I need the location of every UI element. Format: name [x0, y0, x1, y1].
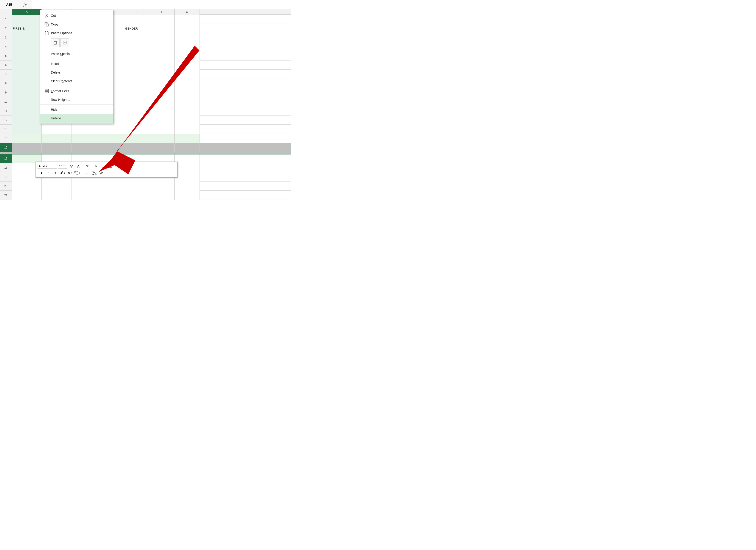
row-header-2[interactable]: 2	[0, 24, 12, 33]
cell-a8[interactable]	[12, 79, 42, 88]
cell-g3[interactable]	[175, 33, 200, 42]
font-grow-button[interactable]: A+	[68, 163, 74, 169]
col-header-e[interactable]: E	[124, 9, 149, 15]
font-color-button[interactable]: A ▼	[67, 170, 73, 176]
menu-item-paste-special[interactable]: Paste Special...	[40, 49, 113, 58]
cell-d20[interactable]	[101, 181, 124, 191]
cell-g10[interactable]	[175, 97, 200, 106]
cell-e10[interactable]	[124, 97, 149, 106]
row-header-14[interactable]: 14	[0, 134, 12, 143]
cell-e15[interactable]	[124, 143, 149, 152]
cell-g4[interactable]	[175, 42, 200, 51]
cell-g2[interactable]	[175, 24, 200, 33]
cell-g15[interactable]	[175, 143, 200, 152]
comma-button[interactable]: ,	[99, 163, 106, 169]
menu-item-cut[interactable]: Cut	[40, 11, 113, 20]
row-header-9[interactable]: 9	[0, 88, 12, 97]
cell-g12[interactable]	[175, 115, 200, 125]
cell-g18[interactable]	[175, 163, 200, 172]
italic-button[interactable]: I	[45, 170, 51, 176]
cell-b13[interactable]	[42, 125, 71, 134]
paste-icon-btn-2[interactable]	[60, 38, 69, 47]
increase-decimal-button[interactable]: .00→.0	[91, 170, 97, 176]
cell-e5[interactable]	[124, 51, 149, 60]
menu-item-unhide[interactable]: Unhide	[40, 114, 113, 123]
cell-g14[interactable]	[175, 134, 200, 143]
cell-g6[interactable]	[175, 60, 200, 70]
cell-d15[interactable]	[101, 143, 124, 152]
row-header-15[interactable]: 15	[0, 143, 12, 152]
cell-f6[interactable]	[149, 60, 175, 70]
cell-b20[interactable]	[42, 181, 71, 191]
cell-e20[interactable]	[124, 181, 149, 191]
cell-a21[interactable]	[12, 191, 42, 200]
row-header-11[interactable]: 11	[0, 106, 12, 115]
cell-g19[interactable]	[175, 172, 200, 181]
cell-e1[interactable]	[124, 15, 149, 24]
menu-item-delete[interactable]: Delete	[40, 68, 113, 77]
formula-input[interactable]	[32, 0, 291, 9]
font-shrink-button[interactable]: A-	[75, 163, 82, 169]
cell-d13[interactable]	[101, 125, 124, 134]
row-header-1[interactable]: 1	[0, 15, 12, 24]
menu-item-insert[interactable]: Insert	[40, 59, 113, 68]
cell-e14[interactable]	[124, 134, 149, 143]
bold-button[interactable]: B	[38, 170, 44, 176]
cell-f15[interactable]	[149, 143, 175, 152]
cell-f8[interactable]	[149, 79, 175, 88]
cell-f1[interactable]	[149, 15, 175, 24]
font-name-selector[interactable]: Arial ▼	[38, 164, 57, 169]
cell-g21[interactable]	[175, 191, 200, 200]
cell-e3[interactable]	[124, 33, 149, 42]
merge-button[interactable]	[107, 163, 113, 169]
row-header-6[interactable]: 6	[0, 60, 12, 69]
cell-e7[interactable]	[124, 70, 149, 79]
col-header-f[interactable]: F	[149, 9, 175, 15]
cell-a20[interactable]	[12, 181, 42, 191]
cell-g7[interactable]	[175, 70, 200, 79]
row-header-3[interactable]: 3	[0, 33, 12, 42]
cell-b15[interactable]	[42, 143, 71, 152]
currency-button[interactable]: $ ▼	[85, 163, 91, 169]
cell-a14[interactable]	[12, 134, 42, 143]
row-header-8[interactable]: 8	[0, 79, 12, 88]
cell-b21[interactable]	[42, 191, 71, 200]
menu-item-copy[interactable]: Copy	[40, 20, 113, 29]
fill-color-button[interactable]: 🖌 ▼	[60, 170, 66, 176]
cell-g17[interactable]	[175, 154, 200, 164]
cell-e4[interactable]	[124, 42, 149, 51]
cell-f5[interactable]	[149, 51, 175, 60]
cell-g1[interactable]	[175, 15, 200, 24]
cell-c14[interactable]	[71, 134, 101, 143]
cell-a15[interactable]	[12, 143, 42, 152]
cell-a12[interactable]	[12, 115, 42, 125]
menu-item-hide[interactable]: Hide	[40, 105, 113, 114]
align-button[interactable]: ≡	[52, 170, 59, 176]
row-header-5[interactable]: 5	[0, 51, 12, 60]
format-painter-button[interactable]: 🖊	[98, 170, 105, 176]
cell-a10[interactable]	[12, 97, 42, 106]
menu-item-clear-contents[interactable]: Clear Contents	[40, 77, 113, 85]
cell-d21[interactable]	[101, 191, 124, 200]
cell-e13[interactable]	[124, 125, 149, 134]
cell-b14[interactable]	[42, 134, 71, 143]
cell-g11[interactable]	[175, 106, 200, 115]
row-header-13[interactable]: 13	[0, 125, 12, 134]
cell-f4[interactable]	[149, 42, 175, 51]
cell-f2[interactable]	[149, 24, 175, 33]
cell-c21[interactable]	[71, 191, 101, 200]
cell-a11[interactable]	[12, 106, 42, 115]
menu-item-format-cells[interactable]: Format Cells...	[40, 87, 113, 95]
cell-e9[interactable]	[124, 88, 149, 97]
cell-a4[interactable]	[12, 42, 42, 51]
cell-f21[interactable]	[149, 191, 175, 200]
borders-button[interactable]: ▼	[74, 170, 81, 176]
cell-g20[interactable]	[175, 181, 200, 191]
row-header-17[interactable]: 17	[0, 154, 12, 163]
col-header-a[interactable]: A	[12, 9, 42, 15]
row-header-20[interactable]: 20	[0, 181, 12, 190]
cell-f12[interactable]	[149, 115, 175, 125]
font-size-selector[interactable]: 10 ▼	[58, 164, 67, 169]
cell-e12[interactable]	[124, 115, 149, 125]
cell-a1[interactable]	[12, 15, 42, 24]
